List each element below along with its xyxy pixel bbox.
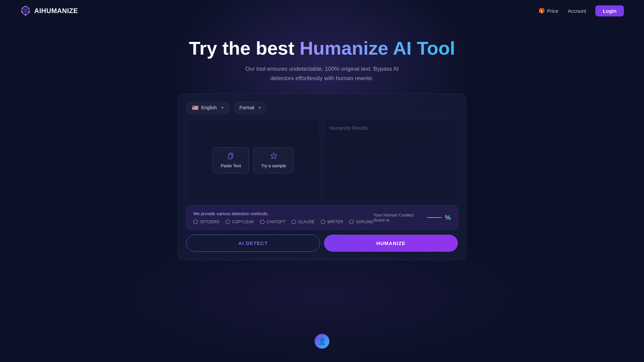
flag-icon: 🇺🇸 — [192, 105, 199, 111]
logo-icon — [20, 5, 31, 16]
radio-chatgpt[interactable] — [260, 220, 265, 224]
paste-text-button[interactable]: Paste Text — [212, 147, 249, 173]
controls-row: 🇺🇸 English ▼ Formal ▼ — [186, 102, 458, 114]
action-buttons: Paste Text Try a sample — [212, 147, 294, 173]
account-link[interactable]: Account — [568, 8, 586, 14]
score-label: Your Human Contect Score is — [373, 213, 423, 223]
method-sapling[interactable]: SAPLING — [349, 220, 373, 224]
bottom-buttons: AI DETECT HUMANIZE — [186, 235, 458, 252]
hero-subtitle: Our tool ensures undetectable, 100% orig… — [0, 64, 644, 82]
main-card: 🇺🇸 English ▼ Formal ▼ — [178, 94, 466, 260]
output-panel: Humanize Results — [324, 120, 458, 201]
logo[interactable]: AIHUMANIZE — [20, 5, 78, 16]
language-dropdown[interactable]: 🇺🇸 English ▼ — [186, 102, 230, 114]
style-dropdown[interactable]: Formal ▼ — [234, 102, 267, 114]
radio-copyleak[interactable] — [225, 220, 230, 224]
percent-sign: % — [445, 214, 451, 222]
svg-marker-10 — [271, 153, 277, 159]
clipboard-icon — [227, 152, 234, 161]
svg-marker-1 — [23, 8, 28, 14]
detection-description: We provide various detection methods: — [193, 211, 373, 216]
detection-methods: GPTZERO COPYLEAK CHATGPT CLAUDE WRITER — [193, 220, 373, 224]
hero-subtitle-line2: detectors effortlessly with human rewrit… — [270, 75, 374, 81]
hero-title-prefix: Try the best — [189, 38, 300, 59]
input-panel-content: Paste Text Try a sample — [192, 125, 314, 195]
logo-text: AIHUMANIZE — [34, 7, 78, 15]
hero-section: Try the best Humanize AI Tool Our tool e… — [0, 21, 644, 94]
price-label: Price — [547, 8, 558, 14]
paste-text-label: Paste Text — [221, 163, 241, 168]
method-chatgpt[interactable]: CHATGPT — [260, 220, 285, 224]
method-copyleak[interactable]: COPYLEAK — [225, 220, 254, 224]
price-link[interactable]: 🎁 Price — [539, 8, 558, 14]
output-placeholder: Humanize Results — [330, 125, 368, 131]
hero-subtitle-line1: Our tool ensures undetectable, 100% orig… — [245, 66, 398, 72]
avatar-icon: 👤 — [318, 337, 326, 345]
method-writer[interactable]: WRITER — [321, 220, 343, 224]
ai-detect-button[interactable]: AI DETECT — [186, 235, 320, 252]
svg-line-4 — [28, 12, 30, 12]
nav-right: 🎁 Price Account Login — [539, 5, 624, 16]
input-panel: Paste Text Try a sample — [186, 120, 320, 201]
navbar: AIHUMANIZE 🎁 Price Account Login — [0, 0, 644, 21]
detection-right: Your Human Contect Score is % — [373, 213, 451, 223]
detection-bar: We provide various detection methods: GP… — [186, 205, 458, 230]
radio-gptzero[interactable] — [193, 220, 198, 224]
hero-title: Try the best Humanize AI Tool — [0, 38, 644, 59]
method-claude[interactable]: CLAUDE — [291, 220, 315, 224]
svg-rect-9 — [228, 154, 232, 159]
radio-claude[interactable] — [291, 220, 296, 224]
language-label: English — [201, 105, 217, 110]
price-icon: 🎁 — [539, 8, 545, 14]
login-button[interactable]: Login — [595, 5, 624, 16]
try-sample-label: Try a sample — [261, 163, 286, 168]
radio-sapling[interactable] — [349, 220, 354, 224]
detection-left: We provide various detection methods: GP… — [193, 211, 373, 224]
radio-writer[interactable] — [321, 220, 325, 224]
method-gptzero[interactable]: GPTZERO — [193, 220, 219, 224]
language-chevron-icon: ▼ — [221, 106, 224, 110]
style-label: Formal — [239, 105, 254, 110]
avatar: 👤 — [315, 334, 329, 349]
score-line — [427, 217, 442, 218]
svg-line-6 — [21, 12, 23, 12]
humanize-button[interactable]: HUMANIZE — [324, 235, 458, 252]
bottom-hint: 👤 — [315, 334, 329, 349]
star-icon — [270, 152, 277, 161]
text-areas: Paste Text Try a sample Humanize Results — [186, 120, 458, 201]
try-sample-button[interactable]: Try a sample — [253, 147, 294, 173]
hero-title-highlight: Humanize AI Tool — [300, 38, 455, 59]
style-chevron-icon: ▼ — [258, 106, 261, 110]
